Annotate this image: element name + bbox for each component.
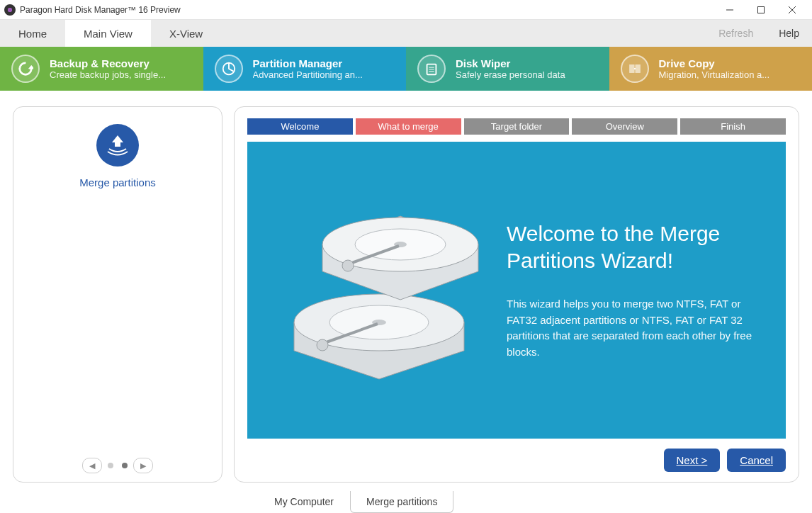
titlebar: Paragon Hard Disk Manager™ 16 Preview bbox=[0, 0, 812, 20]
window-title: Paragon Hard Disk Manager™ 16 Preview bbox=[20, 5, 181, 15]
wizard-panel: Welcome What to merge Target folder Over… bbox=[234, 106, 799, 483]
step-target-folder[interactable]: Target folder bbox=[464, 118, 570, 135]
section-subtitle: Migration, Virtualization a... bbox=[659, 69, 770, 80]
cancel-button[interactable]: Cancel bbox=[727, 449, 786, 472]
section-subtitle: Safely erase personal data bbox=[456, 69, 565, 80]
section-disk-wiper[interactable]: Disk Wiper Safely erase personal data bbox=[406, 47, 609, 91]
merge-partitions-icon[interactable] bbox=[96, 124, 139, 167]
step-finish[interactable]: Finish bbox=[680, 118, 786, 135]
wizard-buttons: Next > Cancel bbox=[247, 449, 786, 472]
section-partition-manager[interactable]: Partition Manager Advanced Partitioning … bbox=[203, 47, 407, 91]
pager-dot[interactable] bbox=[122, 463, 128, 468]
app-icon bbox=[4, 4, 16, 16]
pager-prev-button[interactable]: ◀ bbox=[82, 458, 102, 473]
menubar: Home Main View X-View Refresh Help bbox=[0, 20, 812, 47]
section-drive-copy[interactable]: Drive Copy Migration, Virtualization a..… bbox=[609, 47, 813, 91]
section-title: Disk Wiper bbox=[456, 57, 565, 69]
main-area: Merge partitions ◀ ▶ Welcome What to mer… bbox=[0, 91, 812, 491]
step-what-to-merge[interactable]: What to merge bbox=[356, 118, 461, 135]
operation-label[interactable]: Merge partitions bbox=[79, 176, 156, 188]
wizard-body: Welcome to the Merge Partitions Wizard! … bbox=[247, 142, 786, 439]
section-subtitle: Advanced Partitioning an... bbox=[253, 69, 363, 80]
operation-panel: Merge partitions ◀ ▶ bbox=[13, 106, 222, 483]
section-subtitle: Create backup jobs, single... bbox=[50, 69, 166, 80]
pager: ◀ ▶ bbox=[82, 458, 153, 473]
bottom-tab-my-computer[interactable]: My Computer bbox=[258, 491, 350, 513]
close-button[interactable] bbox=[777, 0, 808, 20]
help-button[interactable]: Help bbox=[766, 20, 812, 47]
refresh-button[interactable]: Refresh bbox=[706, 20, 766, 47]
bottom-tab-merge-partitions[interactable]: Merge partitions bbox=[350, 491, 453, 513]
svg-rect-10 bbox=[635, 65, 639, 73]
tab-main-view[interactable]: Main View bbox=[65, 20, 151, 47]
backup-icon bbox=[11, 55, 40, 83]
disk-merge-illustration bbox=[273, 195, 485, 386]
section-title: Backup & Recovery bbox=[50, 57, 166, 69]
copy-icon bbox=[621, 55, 649, 83]
svg-point-22 bbox=[342, 260, 354, 271]
minimize-icon bbox=[726, 6, 733, 13]
bottom-tabs: My Computer Merge partitions bbox=[0, 491, 812, 513]
maximize-icon bbox=[757, 6, 765, 13]
next-button[interactable]: Next > bbox=[664, 449, 721, 472]
partition-icon bbox=[215, 55, 243, 83]
step-welcome[interactable]: Welcome bbox=[247, 118, 353, 135]
tab-home[interactable]: Home bbox=[0, 20, 65, 47]
section-title: Partition Manager bbox=[253, 57, 363, 69]
pager-dot[interactable] bbox=[108, 463, 113, 468]
pager-next-button[interactable]: ▶ bbox=[133, 458, 153, 473]
svg-rect-1 bbox=[758, 6, 765, 13]
section-bar: Backup & Recovery Create backup jobs, si… bbox=[0, 47, 812, 91]
section-title: Drive Copy bbox=[659, 57, 770, 69]
step-overview[interactable]: Overview bbox=[572, 118, 677, 135]
svg-point-16 bbox=[317, 339, 328, 351]
wizard-steps: Welcome What to merge Target folder Over… bbox=[247, 118, 786, 135]
wizard-title: Welcome to the Merge Partitions Wizard! bbox=[507, 220, 760, 274]
wizard-description: This wizard helps you to merge two NTFS,… bbox=[507, 296, 760, 360]
close-icon bbox=[789, 6, 796, 13]
wiper-icon bbox=[417, 55, 446, 83]
svg-rect-9 bbox=[629, 65, 633, 73]
tab-x-view[interactable]: X-View bbox=[151, 20, 221, 47]
section-backup-recovery[interactable]: Backup & Recovery Create backup jobs, si… bbox=[0, 47, 203, 91]
maximize-button[interactable] bbox=[745, 0, 777, 20]
minimize-button[interactable] bbox=[714, 0, 745, 20]
